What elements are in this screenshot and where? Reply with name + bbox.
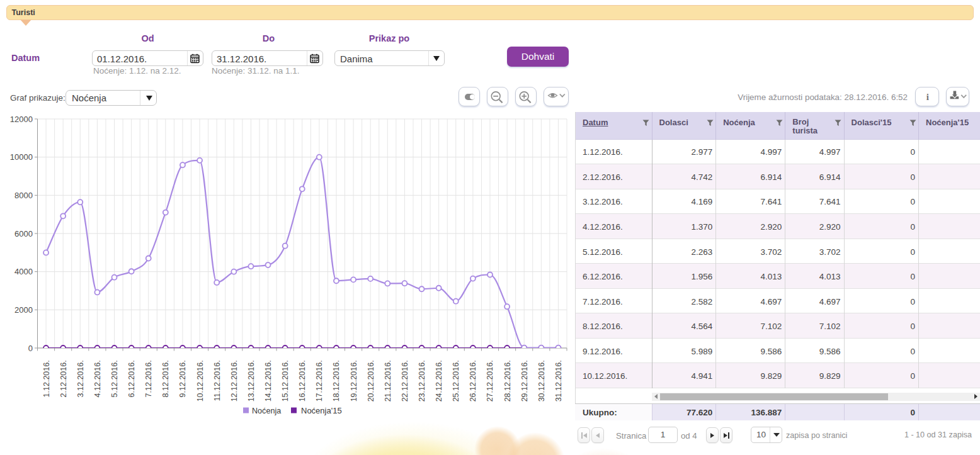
svg-text:24.12.2016.: 24.12.2016. — [435, 360, 443, 402]
svg-text:21.12.2016.: 21.12.2016. — [384, 360, 392, 402]
svg-text:25.12.2016.: 25.12.2016. — [452, 360, 460, 402]
svg-text:10000: 10000 — [10, 152, 33, 162]
svg-text:2.12.2016.: 2.12.2016. — [59, 360, 68, 397]
svg-text:23.12.2016.: 23.12.2016. — [418, 360, 426, 402]
svg-text:29.12.2016.: 29.12.2016. — [520, 360, 529, 402]
svg-text:27.12.2016.: 27.12.2016. — [486, 360, 494, 402]
svg-text:6000: 6000 — [14, 229, 33, 239]
svg-text:7.12.2016.: 7.12.2016. — [144, 360, 153, 397]
svg-text:20.12.2016.: 20.12.2016. — [367, 360, 375, 402]
svg-text:22.12.2016.: 22.12.2016. — [401, 360, 409, 402]
svg-text:16.12.2016.: 16.12.2016. — [298, 360, 307, 402]
svg-text:2000: 2000 — [14, 305, 33, 315]
svg-text:8.12.2016.: 8.12.2016. — [161, 360, 170, 397]
svg-text:4.12.2016.: 4.12.2016. — [93, 360, 102, 397]
svg-text:10.12.2016.: 10.12.2016. — [196, 360, 205, 402]
svg-text:12.12.2016.: 12.12.2016. — [230, 360, 239, 402]
svg-text:28.12.2016.: 28.12.2016. — [503, 360, 512, 402]
svg-text:6.12.2016.: 6.12.2016. — [127, 360, 136, 397]
svg-text:14.12.2016.: 14.12.2016. — [264, 360, 273, 402]
svg-text:15.12.2016.: 15.12.2016. — [281, 360, 290, 402]
svg-text:1.12.2016.: 1.12.2016. — [42, 360, 51, 397]
svg-text:12000: 12000 — [10, 115, 33, 124]
svg-text:9.12.2016.: 9.12.2016. — [178, 360, 187, 397]
svg-text:31.12.2016.: 31.12.2016. — [554, 360, 563, 402]
svg-text:4000: 4000 — [14, 267, 33, 276]
svg-text:Noćenja: Noćenja — [252, 407, 281, 415]
svg-text:13.12.2016.: 13.12.2016. — [247, 360, 256, 402]
svg-text:5.12.2016.: 5.12.2016. — [110, 360, 119, 397]
svg-text:0: 0 — [28, 344, 33, 353]
svg-text:3.12.2016.: 3.12.2016. — [76, 360, 85, 397]
svg-text:17.12.2016.: 17.12.2016. — [315, 360, 324, 402]
svg-text:Noćenja'15: Noćenja'15 — [301, 406, 342, 415]
svg-text:19.12.2016.: 19.12.2016. — [350, 360, 358, 402]
svg-text:30.12.2016.: 30.12.2016. — [537, 360, 546, 402]
svg-text:11.12.2016.: 11.12.2016. — [213, 360, 222, 401]
svg-text:26.12.2016.: 26.12.2016. — [469, 360, 477, 402]
svg-text:8000: 8000 — [14, 191, 33, 200]
svg-text:18.12.2016.: 18.12.2016. — [332, 360, 341, 402]
